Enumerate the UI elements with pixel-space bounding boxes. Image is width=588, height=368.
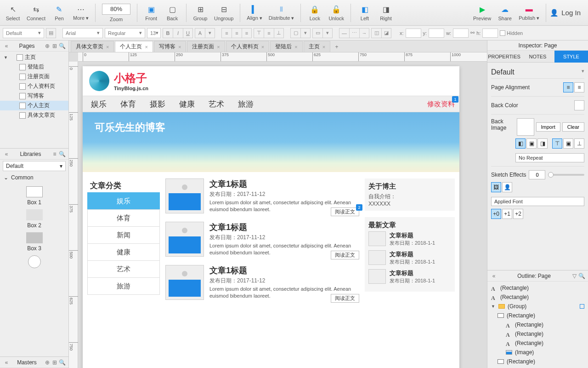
align-left-option[interactable]: ≡ bbox=[563, 82, 573, 92]
add-tab-button[interactable]: + bbox=[331, 42, 342, 52]
add-folder-icon[interactable]: ⊞ bbox=[51, 42, 58, 50]
close-icon[interactable]: × bbox=[178, 44, 181, 50]
style-default[interactable]: Default▾ bbox=[491, 66, 584, 78]
lib-box3[interactable]: Box 3 bbox=[26, 232, 43, 252]
panel-right-button[interactable]: ◨Right bbox=[376, 2, 396, 24]
outline-item[interactable]: A(Rectangle) bbox=[487, 283, 588, 293]
outline-item[interactable]: A(Rectangle) bbox=[487, 339, 588, 348]
edit-profile-link[interactable]: 修改资料1 bbox=[427, 100, 455, 109]
valign-m[interactable]: ▣ bbox=[563, 138, 573, 149]
sketch-opt-1[interactable]: 🖼 bbox=[491, 182, 501, 192]
x-input[interactable] bbox=[406, 29, 421, 38]
add-folder-icon[interactable]: ⊞ bbox=[51, 359, 58, 366]
lib-box1[interactable]: Box 1 bbox=[26, 186, 43, 206]
fill-button[interactable]: ▢ bbox=[290, 28, 300, 38]
nav-link[interactable]: 旅游 bbox=[238, 99, 254, 109]
library-category[interactable]: ⌄Common bbox=[0, 172, 68, 183]
connect-tool[interactable]: ⇆Connect bbox=[24, 2, 48, 24]
search-icon[interactable]: 🔍 bbox=[58, 359, 66, 366]
outline-item[interactable]: (Rectangle) bbox=[487, 357, 588, 366]
w-input[interactable] bbox=[453, 29, 469, 38]
nav-link[interactable]: 艺术 bbox=[209, 99, 224, 109]
italic-button[interactable]: I bbox=[173, 28, 183, 38]
library-select[interactable]: Default▾ bbox=[3, 161, 66, 171]
bold-button[interactable]: B bbox=[163, 28, 173, 38]
inner-shadow-button[interactable]: ◪ bbox=[381, 28, 391, 38]
add-master-icon[interactable]: ⊕ bbox=[44, 359, 51, 366]
line-width-button[interactable]: — bbox=[339, 28, 349, 38]
sketch-value[interactable] bbox=[529, 170, 545, 179]
close-icon[interactable]: × bbox=[106, 44, 109, 50]
category-item[interactable]: 娱乐 bbox=[87, 192, 160, 210]
tab[interactable]: 个人资料页× bbox=[226, 41, 269, 52]
close-icon[interactable]: × bbox=[294, 44, 297, 50]
page-item[interactable]: 个人资料页 bbox=[0, 81, 68, 91]
menu-icon[interactable]: ≡ bbox=[51, 150, 58, 158]
close-icon[interactable]: × bbox=[261, 44, 264, 50]
inspector-tab[interactable]: PROPERTIES bbox=[487, 51, 521, 63]
stroke-drop[interactable]: ▾ bbox=[322, 28, 333, 38]
share-button[interactable]: ☁Share bbox=[495, 2, 515, 24]
front-button[interactable]: ▣Front bbox=[141, 2, 161, 24]
tab[interactable]: 主页× bbox=[304, 41, 330, 52]
halign-c[interactable]: ▣ bbox=[526, 138, 537, 149]
align-button[interactable]: ▍Align ▾ bbox=[244, 2, 265, 24]
recent-item[interactable]: 文章标题发布日期：2018-1-1 bbox=[368, 231, 451, 247]
valign-mid-button[interactable]: ≡ bbox=[264, 28, 274, 38]
arrow-button[interactable]: → bbox=[359, 28, 369, 38]
outer-shadow-button[interactable]: ◫ bbox=[371, 28, 381, 38]
text-color-button[interactable]: A bbox=[195, 28, 205, 38]
inspector-tab[interactable]: NOTES bbox=[521, 51, 554, 63]
outline-item[interactable]: A(Rectangle) bbox=[487, 293, 588, 302]
align-center-option[interactable]: ≡ bbox=[574, 82, 584, 92]
import-button[interactable]: Import bbox=[536, 122, 560, 132]
offset-1[interactable]: +1 bbox=[502, 209, 512, 219]
page-item[interactable]: 登陆后 bbox=[0, 62, 68, 72]
close-icon[interactable]: × bbox=[145, 44, 147, 50]
zoom-value[interactable]: 80% bbox=[102, 4, 130, 15]
recent-item[interactable]: 文章标题发布日期：2018-1-1 bbox=[368, 250, 451, 265]
category-item[interactable]: 体育 bbox=[87, 209, 160, 227]
page-item[interactable]: 具体文章页 bbox=[0, 110, 68, 120]
link-icon[interactable]: ⚯ bbox=[470, 30, 475, 36]
size-select[interactable]: 13▾ bbox=[147, 28, 161, 38]
collapse-icon[interactable]: « bbox=[3, 150, 10, 158]
style-select[interactable]: Default▾ bbox=[3, 28, 44, 38]
valign-t[interactable]: ⊤ bbox=[552, 138, 562, 149]
read-more-button[interactable]: 阅读正文 bbox=[331, 294, 359, 303]
collapse-icon[interactable]: « bbox=[3, 42, 10, 50]
sketch-slider[interactable] bbox=[548, 174, 584, 176]
halign-r[interactable]: ◨ bbox=[537, 138, 548, 149]
weight-select[interactable]: Regular▾ bbox=[105, 28, 145, 38]
search-icon[interactable]: 🔍 bbox=[578, 272, 585, 280]
add-page-icon[interactable]: ⊕ bbox=[44, 42, 51, 50]
page-canvas[interactable]: 小格子 TinyBlog.js.cn 娱乐体育摄影健康艺术旅游修改资料1 可乐先… bbox=[83, 66, 459, 368]
outline-item[interactable]: A(Rectangle) bbox=[487, 320, 588, 329]
y-input[interactable] bbox=[429, 29, 444, 38]
outline-item[interactable]: A(Rectangle) bbox=[487, 329, 588, 339]
search-icon[interactable]: 🔍 bbox=[58, 150, 66, 158]
chevron-down-icon[interactable]: ▼ bbox=[4, 55, 8, 60]
outline-item[interactable]: ▼(Group) bbox=[487, 302, 588, 311]
underline-button[interactable]: U bbox=[183, 28, 193, 38]
pen-tool[interactable]: ✎Pen bbox=[49, 2, 69, 24]
outline-item[interactable]: (Rectangle) bbox=[487, 311, 588, 320]
search-icon[interactable]: 🔍 bbox=[58, 42, 66, 50]
text-color-drop[interactable]: ▾ bbox=[205, 28, 215, 38]
collapse-icon[interactable]: « bbox=[3, 359, 10, 366]
clear-button[interactable]: Clear bbox=[562, 122, 584, 132]
read-more-button[interactable]: 阅读正文 bbox=[331, 251, 359, 259]
back-button[interactable]: ▢Back bbox=[162, 2, 182, 24]
category-item[interactable]: 新闻 bbox=[87, 226, 160, 244]
nav-link[interactable]: 健康 bbox=[179, 99, 195, 109]
category-item[interactable]: 艺术 bbox=[87, 260, 160, 278]
page-item[interactable]: 注册页面 bbox=[0, 72, 68, 81]
stroke-button[interactable]: ▭ bbox=[312, 28, 322, 38]
nav-link[interactable]: 娱乐 bbox=[91, 99, 107, 109]
lib-ellipse[interactable] bbox=[28, 255, 41, 268]
ungroup-button[interactable]: ⊟Ungroup bbox=[211, 2, 236, 24]
filter-icon[interactable]: ▽ bbox=[571, 272, 578, 280]
align-center-button[interactable]: ≡ bbox=[232, 28, 242, 38]
zoom-control[interactable]: 80%Zoom bbox=[99, 2, 133, 24]
fill-drop[interactable]: ▾ bbox=[300, 28, 311, 38]
